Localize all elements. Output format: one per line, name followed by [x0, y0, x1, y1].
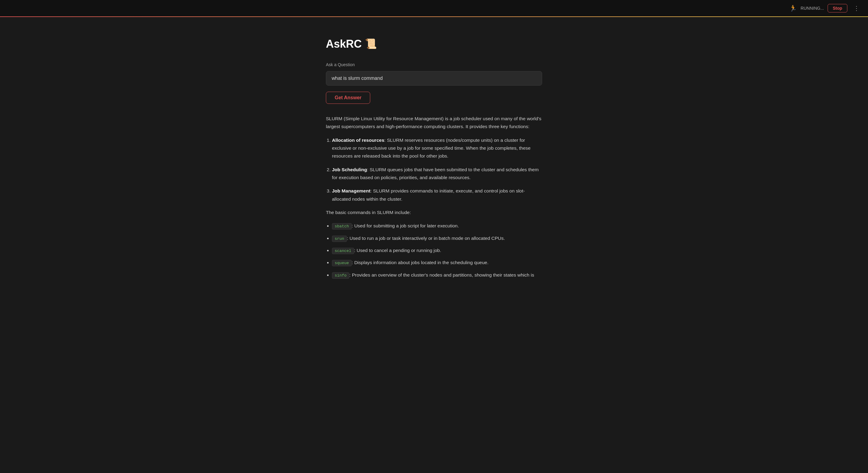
- app-title-emoji: 📜: [365, 36, 377, 52]
- stop-button[interactable]: Stop: [828, 4, 847, 12]
- basic-commands-list: sbatch: Used for submitting a job script…: [332, 222, 542, 279]
- running-icon: 🏃: [789, 3, 797, 13]
- main-content: AskRC 📜 Ask a Question Get Answer SLURM …: [318, 17, 550, 303]
- command-squeue-text: : Displays information about jobs locate…: [352, 260, 489, 265]
- running-label: RUNNING...: [801, 5, 824, 11]
- question-label: Ask a Question: [326, 61, 542, 68]
- command-srun: srun: [332, 235, 347, 242]
- list-item: squeue: Displays information about jobs …: [332, 259, 542, 266]
- more-menu-button[interactable]: ⋮: [851, 3, 862, 13]
- function-title-1: Allocation of resources: [332, 137, 384, 143]
- command-squeue: squeue: [332, 260, 352, 266]
- command-sbatch-text: : Used for submitting a job script for l…: [352, 223, 459, 228]
- list-item: sinfo: Provides an overview of the clust…: [332, 271, 542, 279]
- command-scancel-text: : Used to cancel a pending or running jo…: [354, 248, 441, 253]
- command-sinfo-text: : Provides an overview of the cluster's …: [349, 272, 534, 278]
- answer-section: SLURM (Simple Linux Utility for Resource…: [326, 115, 542, 279]
- command-sinfo: sinfo: [332, 272, 349, 279]
- top-bar-right: 🏃 RUNNING... Stop ⋮: [789, 3, 862, 13]
- command-sbatch: sbatch: [332, 223, 352, 229]
- function-title-2: Job Scheduling: [332, 167, 367, 172]
- list-item: scancel: Used to cancel a pending or run…: [332, 247, 542, 254]
- top-bar: 🏃 RUNNING... Stop ⋮: [0, 0, 868, 17]
- list-item: Job Scheduling: SLURM queues jobs that h…: [332, 166, 542, 182]
- list-item: Allocation of resources: SLURM reserves …: [332, 136, 542, 160]
- question-input[interactable]: [326, 71, 542, 86]
- command-srun-text: : Used to run a job or task interactivel…: [347, 235, 505, 241]
- list-item: Job Management: SLURM provides commands …: [332, 187, 542, 203]
- get-answer-button[interactable]: Get Answer: [326, 92, 370, 104]
- list-item: sbatch: Used for submitting a job script…: [332, 222, 542, 230]
- app-title: AskRC 📜: [326, 35, 542, 53]
- basic-commands-intro: The basic commands in SLURM include:: [326, 209, 542, 217]
- key-functions-list: Allocation of resources: SLURM reserves …: [332, 136, 542, 203]
- app-title-text: AskRC: [326, 35, 362, 53]
- answer-intro: SLURM (Simple Linux Utility for Resource…: [326, 115, 542, 131]
- command-scancel: scancel: [332, 248, 354, 254]
- list-item: srun: Used to run a job or task interact…: [332, 234, 542, 242]
- function-title-3: Job Management: [332, 188, 371, 193]
